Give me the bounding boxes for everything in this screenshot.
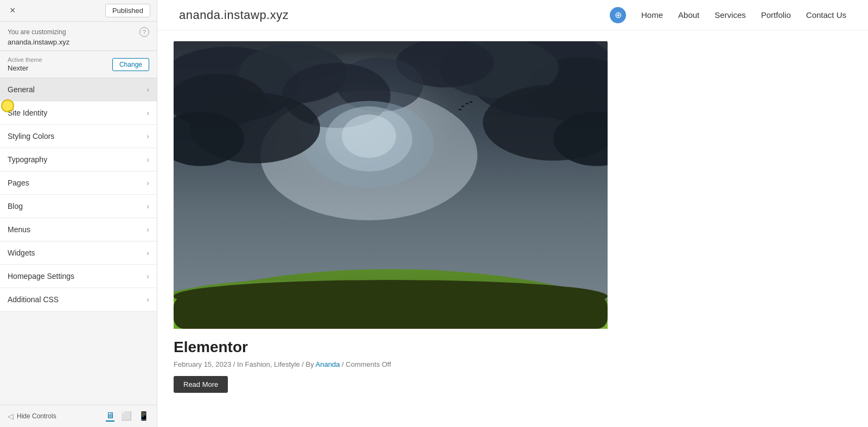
nav-link-home[interactable]: Home — [641, 10, 663, 20]
post-meta-in: / In Fashion, Lifestyle / By — [233, 360, 316, 368]
customizing-site-url: ananda.instawp.xyz — [8, 38, 149, 46]
preview-nav: ananda.instawp.xyz ⊕ Home About Services… — [157, 0, 868, 30]
sidebar-item-label-styling-colors: Styling Colors — [8, 132, 54, 141]
sidebar-item-typography[interactable]: Typography › — [0, 148, 157, 171]
tablet-icon[interactable]: ⬜ — [121, 411, 132, 422]
customizing-label: You are customizing — [8, 28, 66, 36]
theme-section: Active theme Nexter Change — [0, 51, 157, 78]
sidebar-item-homepage-settings[interactable]: Homepage Settings › — [0, 265, 157, 288]
theme-info: Active theme Nexter — [8, 56, 42, 72]
nav-link-services[interactable]: Services — [714, 10, 746, 20]
post-date: February 15, 2023 — [174, 360, 231, 368]
read-more-button[interactable]: Read More — [174, 376, 228, 393]
sidebar-footer: ◁ Hide Controls 🖥 ⬜ 📱 — [0, 405, 157, 427]
chevron-right-icon: › — [146, 85, 149, 94]
chevron-right-icon: › — [146, 132, 149, 141]
eye-icon: ◁ — [8, 412, 14, 420]
post-meta: February 15, 2023 / In Fashion, Lifestyl… — [174, 360, 618, 368]
mobile-icon[interactable]: 📱 — [138, 411, 149, 422]
published-button[interactable]: Published — [105, 4, 150, 17]
customizing-section: You are customizing ? ananda.instawp.xyz — [0, 22, 157, 51]
sidebar-menu: General › Site Identity › Styling Colors… — [0, 78, 157, 405]
main-preview: ananda.instawp.xyz ⊕ Home About Services… — [157, 0, 868, 427]
sidebar-item-label-additional-css: Additional CSS — [8, 295, 59, 304]
svg-point-14 — [342, 114, 396, 158]
nav-brand-icon: ⊕ — [610, 7, 626, 23]
sidebar: × Published You are customizing ? ananda… — [0, 0, 157, 427]
chevron-right-icon: › — [146, 225, 149, 234]
sidebar-item-label-widgets: Widgets — [8, 248, 35, 257]
sidebar-item-pages[interactable]: Pages › — [0, 171, 157, 195]
nav-link-contact[interactable]: Contact Us — [806, 10, 846, 20]
chevron-right-icon: › — [146, 295, 149, 304]
sidebar-item-blog[interactable]: Blog › — [0, 195, 157, 218]
svg-point-25 — [174, 280, 608, 313]
theme-label: Active theme — [8, 56, 42, 63]
sidebar-item-label-pages: Pages — [8, 179, 29, 187]
theme-name: Nexter — [8, 64, 42, 72]
sidebar-item-label-typography: Typography — [8, 155, 47, 164]
sidebar-item-styling-colors[interactable]: Styling Colors › — [0, 125, 157, 148]
nav-link-about[interactable]: About — [678, 10, 699, 20]
sidebar-item-menus[interactable]: Menus › — [0, 218, 157, 241]
chevron-right-icon: › — [146, 202, 149, 211]
post-title: Elementor — [174, 339, 618, 356]
sidebar-item-widgets[interactable]: Widgets › — [0, 241, 157, 265]
sidebar-item-label-site-identity: Site Identity — [8, 109, 47, 117]
hide-controls-label: Hide Controls — [17, 412, 56, 420]
close-button[interactable]: × — [7, 4, 19, 17]
change-theme-button[interactable]: Change — [112, 58, 149, 71]
chevron-right-icon: › — [146, 248, 149, 257]
post-author[interactable]: Ananda — [316, 360, 340, 368]
chevron-right-icon: › — [146, 272, 149, 281]
chevron-right-icon: › — [146, 155, 149, 164]
chevron-right-icon: › — [146, 109, 149, 117]
site-title: ananda.instawp.xyz — [179, 8, 289, 22]
preview-content: Elementor February 15, 2023 / In Fashion… — [157, 30, 868, 427]
nav-link-portfolio[interactable]: Portfolio — [761, 10, 791, 20]
sidebar-item-label-blog: Blog — [8, 202, 23, 211]
post-comments: / Comments Off — [342, 360, 391, 368]
device-icons: 🖥 ⬜ 📱 — [106, 411, 149, 422]
chevron-right-icon: › — [146, 179, 149, 187]
sidebar-item-label-menus: Menus — [8, 225, 30, 234]
post-image — [174, 41, 608, 329]
post-card: Elementor February 15, 2023 / In Fashion… — [174, 41, 618, 393]
sidebar-item-label-general: General — [8, 85, 35, 94]
sidebar-topbar: × Published — [0, 0, 157, 22]
help-icon[interactable]: ? — [139, 27, 149, 37]
sidebar-item-label-homepage-settings: Homepage Settings — [8, 272, 74, 281]
sidebar-item-general[interactable]: General › — [0, 78, 157, 101]
nav-right: ⊕ Home About Services Portfolio Contact … — [610, 7, 846, 23]
hide-controls-button[interactable]: ◁ Hide Controls — [8, 412, 56, 420]
sidebar-item-site-identity[interactable]: Site Identity › — [0, 101, 157, 125]
sidebar-item-additional-css[interactable]: Additional CSS › — [0, 288, 157, 311]
desktop-icon[interactable]: 🖥 — [106, 411, 114, 422]
